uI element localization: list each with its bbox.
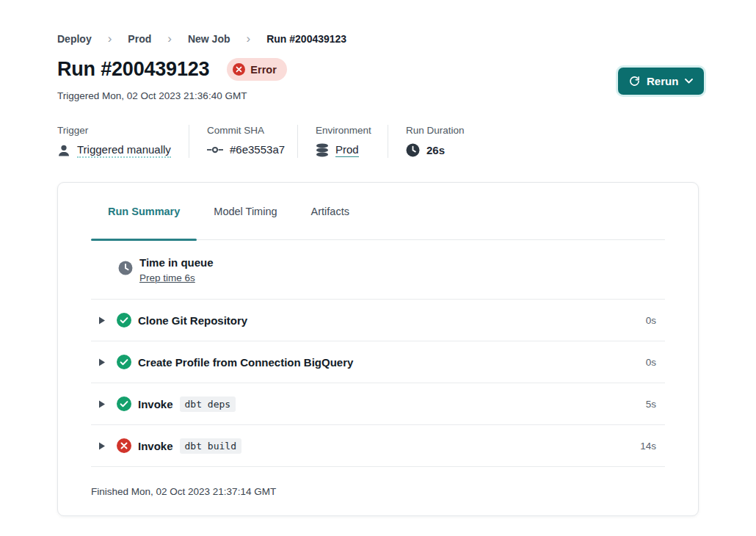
step-duration: 14s [640,441,665,452]
success-icon [117,355,131,369]
rerun-button-label: Rerun [647,75,678,87]
database-icon [316,143,329,157]
meta-environment: Environment Prod [316,125,388,158]
breadcrumb: Deploy›Prod›New Job›Run #200439123 [57,32,346,45]
page-title: Run #200439123 [57,58,209,81]
breadcrumb-item[interactable]: Prod [128,33,151,45]
step-row: Clone Git Repository0s [91,300,665,341]
meta-commit: Commit SHA #6e3553a7 [207,125,298,158]
triggered-timestamp: Triggered Mon, 02 Oct 2023 21:36:40 GMT [57,90,247,101]
step-label: Invokedbt build [138,438,241,454]
step-command-code: dbt build [180,438,241,454]
title-row: Run #200439123 Error [57,58,287,81]
breadcrumb-item: Run #200439123 [266,33,346,45]
breadcrumb-item[interactable]: New Job [188,33,230,45]
refresh-icon [629,76,640,87]
run-duration-value: 26s [426,144,445,156]
error-icon [117,438,131,453]
step-label: Invokedbt deps [138,396,236,412]
status-badge: Error [227,58,286,81]
step-label: Create Profile from Connection BigQuery [138,356,353,369]
run-meta-row: Trigger Triggered manually Commit SHA #6… [57,125,465,158]
expand-triangle-icon[interactable] [98,358,106,367]
tab-artifacts[interactable]: Artifacts [294,183,366,239]
breadcrumb-item[interactable]: Deploy [57,33,92,45]
status-badge-label: Error [250,64,276,76]
clock-icon [406,143,420,157]
step-command-code: dbt deps [180,396,236,412]
breadcrumb-chevron-icon: › [247,32,251,45]
expand-triangle-icon[interactable] [98,441,106,451]
meta-label: Commit SHA [207,125,280,136]
finished-timestamp: Finished Mon, 02 Oct 2023 21:37:14 GMT [91,486,276,497]
commit-icon [207,145,223,155]
run-summary-card: Run SummaryModel TimingArtifacts Time in… [57,182,699,516]
queue-row: Time in queue Prep time 6s [91,240,665,300]
success-icon [117,396,131,411]
environment-link[interactable]: Prod [335,143,359,157]
step-row: Create Profile from Connection BigQuery0… [91,341,665,383]
expand-triangle-icon[interactable] [98,399,106,409]
meta-label: Environment [316,125,370,136]
rerun-button[interactable]: Rerun [618,68,704,95]
breadcrumb-chevron-icon: › [108,32,112,45]
commit-sha-value: #6e3553a7 [230,143,285,156]
queue-title: Time in queue [139,256,214,269]
prep-time-link[interactable]: Prep time 6s [139,272,195,283]
meta-trigger: Trigger Triggered manually [57,125,189,158]
step-row: Invokedbt build14s [91,425,665,467]
tab-run-summary[interactable]: Run Summary [91,183,197,239]
error-circle-icon [233,63,245,76]
meta-label: Trigger [57,125,171,136]
person-icon [57,144,70,157]
step-duration: 0s [646,315,665,326]
step-duration: 0s [646,357,665,368]
meta-label: Run Duration [406,125,465,136]
card-footer: Finished Mon, 02 Oct 2023 21:37:14 GMT [91,467,665,515]
trigger-value[interactable]: Triggered manually [77,143,171,158]
breadcrumb-chevron-icon: › [167,32,172,45]
meta-duration: Run Duration 26s [406,125,465,158]
tabs: Run SummaryModel TimingArtifacts [91,183,665,240]
expand-triangle-icon[interactable] [98,316,106,325]
success-icon [117,313,131,327]
step-rows: Time in queue Prep time 6s Clone Git Rep… [91,240,665,515]
queue-clock-icon [118,261,133,278]
chevron-down-icon [685,79,693,84]
step-label: Clone Git Repository [138,314,247,327]
tab-model-timing[interactable]: Model Timing [197,183,294,239]
step-duration: 5s [646,399,665,410]
step-row: Invokedbt deps5s [91,383,665,425]
